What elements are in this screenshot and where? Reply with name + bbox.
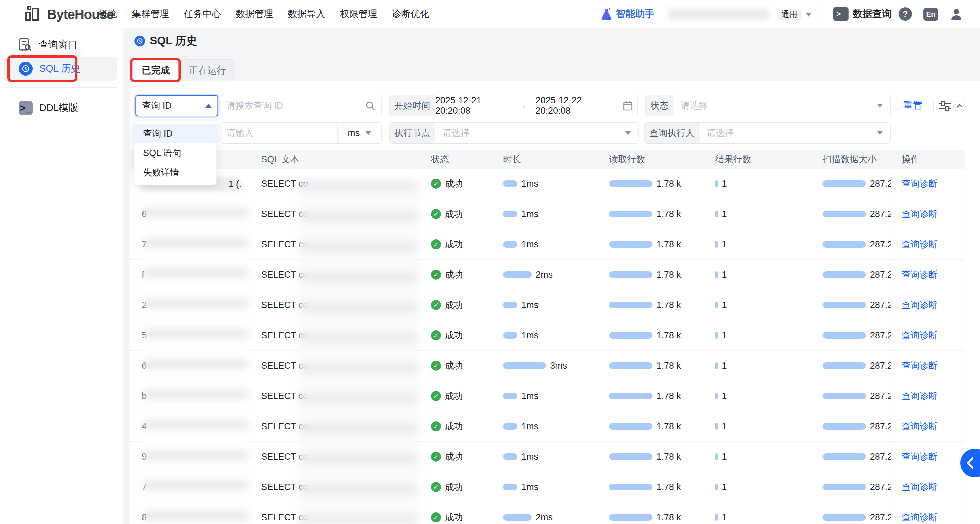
help-icon[interactable]: ?	[899, 7, 912, 21]
result-rows-cell: 1	[710, 260, 817, 290]
result-rows-cell: 1	[710, 472, 817, 502]
query-diagnose-link[interactable]: 查询诊断	[902, 451, 938, 463]
result-rows-cell-bar	[715, 423, 718, 430]
filter-settings-icon[interactable]	[939, 100, 951, 113]
nav-overview[interactable]: 概览	[99, 8, 117, 20]
nav-task-center[interactable]: 任务中心	[184, 8, 221, 20]
duration-unit-select[interactable]: ms	[337, 123, 381, 143]
dropdown-option-sql-statement[interactable]: SQL 语句	[134, 143, 216, 163]
document-search-icon	[19, 38, 32, 52]
actions-cell: 查询诊断	[891, 229, 965, 259]
sidebar-item-ddl-template[interactable]: >_ DDL模版	[4, 97, 117, 119]
result-rows-cell: 1	[710, 381, 817, 411]
query-executor-select[interactable]: 查询执行人 请选择	[644, 122, 891, 144]
status-cell: ✓成功	[426, 441, 498, 472]
query-id-search-input[interactable]	[226, 101, 365, 111]
ai-assistant-button[interactable]: 智能助手	[600, 0, 654, 28]
duration-cell-bar	[503, 241, 517, 248]
sidebar: 查询窗口 SQL 历史 >_ DDL模版	[0, 28, 123, 524]
duration-cell: 1ms	[498, 169, 604, 198]
query-diagnose-link[interactable]: 查询诊断	[902, 269, 938, 281]
calendar-icon[interactable]	[623, 100, 633, 111]
language-toggle[interactable]: En	[923, 8, 938, 21]
table-body: SELECT co✓成功1ms1.78 k1287.23查询诊断6SELECT …	[130, 169, 965, 524]
result-rows-cell-bar	[715, 241, 718, 248]
success-check-icon: ✓	[431, 179, 441, 189]
query-diagnose-link[interactable]: 查询诊断	[902, 511, 938, 523]
tab-completed[interactable]: 已完成	[132, 59, 179, 81]
chevron-down-icon	[877, 104, 883, 108]
console-icon: >_	[833, 7, 849, 21]
scan-size-cell: 287.23	[817, 169, 891, 198]
query-diagnose-link[interactable]: 查询诊断	[902, 299, 938, 311]
actions-cell: 查询诊断	[891, 169, 965, 198]
node-placeholder: 请选择	[442, 127, 470, 139]
duration-cell-bar	[503, 362, 546, 369]
ai-assistant-label: 智能助手	[616, 7, 654, 21]
collapse-filters-button[interactable]	[953, 100, 966, 112]
duration-input[interactable]	[221, 128, 337, 138]
duration-cell: 1ms	[498, 472, 604, 502]
execution-node-select[interactable]: 执行节点 请选择	[389, 122, 639, 144]
query-id-search[interactable]	[220, 95, 382, 116]
actions-cell: 查询诊断	[891, 472, 965, 502]
duration-filter[interactable]: ms	[220, 122, 382, 144]
success-check-icon: ✓	[431, 360, 441, 371]
nav-permission-management[interactable]: 权限管理	[340, 8, 377, 20]
read-rows-cell: 1.78 k	[604, 229, 710, 259]
result-rows-cell-bar	[715, 362, 718, 369]
success-check-icon: ✓	[431, 270, 441, 279]
query-diagnose-link[interactable]: 查询诊断	[902, 481, 938, 493]
status-cell: ✓成功	[426, 199, 498, 229]
status-select[interactable]: 状态 请选择	[646, 95, 891, 116]
sidebar-item-label: SQL 历史	[39, 62, 80, 75]
read-rows-cell-bar	[609, 332, 652, 339]
table-row: 2SELECT co✓成功1ms1.78 k1287.23查询诊断	[130, 290, 965, 320]
success-check-icon: ✓	[431, 330, 441, 340]
date-to[interactable]: 2025-12-22 20:20:08	[536, 95, 610, 116]
date-from[interactable]: 2025-12-21 20:20:08	[435, 95, 509, 116]
duration-cell: 2ms	[498, 260, 604, 290]
sidebar-item-query-window[interactable]: 查询窗口	[4, 34, 117, 56]
search-field-select[interactable]: 查询 ID	[135, 95, 218, 116]
nav-diagnostics[interactable]: 诊断优化	[392, 8, 429, 20]
query-diagnose-link[interactable]: 查询诊断	[902, 360, 938, 372]
query-diagnose-link[interactable]: 查询诊断	[902, 238, 938, 250]
query-diagnose-link[interactable]: 查询诊断	[902, 208, 938, 220]
user-avatar-icon[interactable]	[949, 7, 963, 23]
status-cell: ✓成功	[426, 169, 498, 198]
result-rows-cell: 1	[710, 351, 817, 381]
table-row: 5SELECT co✓成功1ms1.78 k1287.23查询诊断	[130, 320, 965, 351]
status-placeholder: 请选择	[681, 100, 708, 112]
reset-button[interactable]: 重置	[903, 95, 923, 116]
query-diagnose-link[interactable]: 查询诊断	[902, 329, 938, 341]
actions-cell: 查询诊断	[891, 260, 965, 290]
nav-data-import[interactable]: 数据导入	[288, 8, 325, 20]
global-search-box[interactable]: 通用	[664, 6, 819, 22]
col-read-rows: 读取行数	[604, 150, 710, 169]
executor-placeholder: 请选择	[707, 127, 734, 139]
query-diagnose-link[interactable]: 查询诊断	[902, 178, 938, 190]
nav-cluster-management[interactable]: 集群管理	[132, 8, 169, 20]
scan-size-cell: 287.23	[817, 229, 891, 259]
scan-size-cell: 287.23	[817, 441, 891, 472]
scan-size-cell-bar	[822, 484, 866, 490]
search-icon	[365, 101, 375, 111]
col-status: 状态	[426, 150, 498, 169]
dropdown-option-failure-detail[interactable]: 失败详情	[134, 163, 216, 182]
sidebar-item-sql-history[interactable]: SQL 历史	[4, 57, 117, 81]
duration-cell-bar	[503, 393, 517, 399]
data-query-button[interactable]: >_ 数据查询	[833, 7, 892, 21]
result-rows-cell-bar	[715, 332, 718, 339]
dropdown-option-query-id[interactable]: 查询 ID	[134, 124, 216, 143]
duration-cell: 1ms	[498, 320, 604, 350]
tab-running[interactable]: 正在运行	[180, 59, 234, 81]
query-diagnose-link[interactable]: 查询诊断	[902, 420, 938, 432]
query-diagnose-link[interactable]: 查询诊断	[902, 390, 938, 402]
nav-data-management[interactable]: 数据管理	[236, 8, 273, 20]
chevron-down-icon[interactable]	[805, 13, 811, 17]
start-time-label: 开始时间	[390, 95, 435, 116]
status-cell: ✓成功	[426, 320, 498, 350]
start-time-range-picker[interactable]: 开始时间 2025-12-21 20:20:08 → 2025-12-22 20…	[389, 95, 638, 116]
search-scope-chip[interactable]: 通用	[777, 9, 802, 20]
